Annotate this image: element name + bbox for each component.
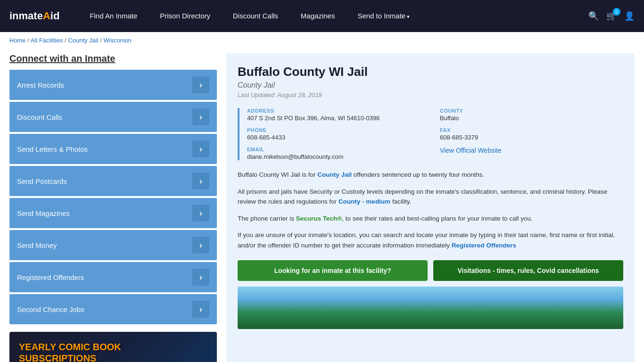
desc-para-4: If you are unsure of your inmate's locat… [238,230,623,250]
nav-find-inmate[interactable]: Find An Inmate [78,0,149,32]
arrow-icon: › [192,173,209,189]
county-block: COUNTY Buffalo [440,108,623,122]
desc-para-1: Buffalo County WI Jail is for County Jai… [238,170,623,180]
sidebar-item-label: Registered Offenders [17,273,84,281]
desc-para-2: All prisons and jails have Security or C… [238,187,623,207]
nav-icon-group: 🔍 🛒 0 👤 [588,11,635,21]
sidebar-item-send-money[interactable]: Send Money › [9,230,217,260]
sidebar-menu: Arrest Records › Discount Calls › Send L… [9,70,217,324]
email-value: diane.mikelson@buffalocounty.com [247,153,430,160]
address-block: ADDRESS 407 S 2nd St PO Box 396, Alma, W… [247,108,430,122]
sidebar-title: Connect with an Inmate [9,53,217,64]
sidebar-item-label: Send Letters & Photos [17,145,88,153]
nav-links: Find An Inmate Prison Directory Discount… [78,0,588,33]
sidebar-item-label: Send Postcards [17,177,67,185]
sidebar-item-label: Send Magazines [17,209,70,217]
address-label: ADDRESS [247,108,430,114]
sidebar-item-label: Discount Calls [17,113,62,121]
arrow-icon: › [192,76,209,93]
arrow-icon: › [192,301,209,318]
sidebar-item-registered-offenders[interactable]: Registered Offenders › [9,262,217,292]
sidebar-item-send-postcards[interactable]: Send Postcards › [9,166,217,196]
sidebar-item-label: Arrest Records [17,81,64,89]
registered-offenders-link[interactable]: Registered Offenders [452,242,516,249]
county-label: COUNTY [440,108,623,114]
arrow-icon: › [192,140,209,157]
fax-value: 608-685-3379 [440,134,623,141]
sidebar-item-send-magazines[interactable]: Send Magazines › [9,198,217,228]
arrow-icon: › [192,108,209,125]
sidebar-item-label: Send Money [17,241,57,249]
breadcrumb-county-jail[interactable]: County Jail [68,37,98,44]
arrow-icon: › [192,205,209,222]
desc-para-3: The phone carrier is Securus Tech®, to s… [238,214,623,224]
facility-info-grid: ADDRESS 407 S 2nd St PO Box 396, Alma, W… [238,108,623,160]
phone-block: PHONE 608-685-4433 [247,127,430,141]
ad-title: YEARLY COMIC BOOKSUBSCRIPTIONS [19,341,207,362]
scenery-image [238,287,623,329]
address-value: 407 S 2nd St PO Box 396, Alma, WI 54610-… [247,115,430,122]
sidebar: Connect with an Inmate Arrest Records › … [9,53,217,362]
sidebar-item-second-chance-jobs[interactable]: Second Chance Jobs › [9,294,217,324]
description-block: Buffalo County WI Jail is for County Jai… [238,170,623,251]
county-medium-link[interactable]: County - medium [339,198,390,205]
fax-block: FAX 608-685-3379 [440,127,623,141]
facility-bottom-image [238,287,623,329]
securus-link[interactable]: Securus Tech® [296,215,342,222]
logo-text: inmateAid [9,10,59,22]
nav-send-to-inmate[interactable]: Send to Inmate [346,0,421,33]
search-icon[interactable]: 🔍 [588,11,599,21]
nav-discount-calls[interactable]: Discount Calls [222,0,289,32]
site-logo[interactable]: inmateAid [9,10,59,22]
cart-badge: 0 [613,8,620,16]
breadcrumb-all-facilities[interactable]: All Facilities [31,37,63,44]
breadcrumb-wisconsin[interactable]: Wisconsin [103,37,131,44]
website-block: View Official Website [440,147,623,160]
breadcrumb-home[interactable]: Home [9,37,26,44]
main-layout: Connect with an Inmate Arrest Records › … [0,49,644,362]
find-inmate-cta-button[interactable]: Looking for an inmate at this facility? [238,260,428,281]
website-link[interactable]: View Official Website [440,147,502,154]
fax-label: FAX [440,127,623,133]
arrow-icon: › [192,269,209,286]
phone-label: PHONE [247,127,430,133]
cart-icon[interactable]: 🛒 0 [606,11,617,21]
county-jail-link[interactable]: County Jail [317,171,352,178]
breadcrumb: Home / All Facilities / County Jail / Wi… [0,32,644,49]
visitations-cta-button[interactable]: Visitations - times, rules, Covid cancel… [433,260,623,281]
user-icon[interactable]: 👤 [624,11,635,21]
sidebar-item-discount-calls[interactable]: Discount Calls › [9,102,217,132]
email-block: EMAIL diane.mikelson@buffalocounty.com [247,147,430,160]
sidebar-item-arrest-records[interactable]: Arrest Records › [9,70,217,100]
facility-content: Buffalo County WI Jail County Jail Last … [226,53,635,362]
ad-banner[interactable]: YEARLY COMIC BOOKSUBSCRIPTIONS STARTING … [9,332,217,362]
cta-buttons: Looking for an inmate at this facility? … [238,260,623,281]
phone-value: 608-685-4433 [247,134,430,141]
county-value: Buffalo [440,115,623,122]
email-label: EMAIL [247,147,430,152]
main-navigation: inmateAid Find An Inmate Prison Director… [0,0,644,32]
facility-title: Buffalo County WI Jail [238,65,623,79]
facility-last-updated: Last Updated: August 28, 2019 [238,91,623,99]
facility-type: County Jail [238,81,623,90]
arrow-icon: › [192,237,209,254]
sidebar-item-send-letters[interactable]: Send Letters & Photos › [9,134,217,164]
nav-prison-directory[interactable]: Prison Directory [149,0,222,32]
sidebar-item-label: Second Chance Jobs [17,305,84,313]
nav-magazines[interactable]: Magazines [289,0,347,32]
